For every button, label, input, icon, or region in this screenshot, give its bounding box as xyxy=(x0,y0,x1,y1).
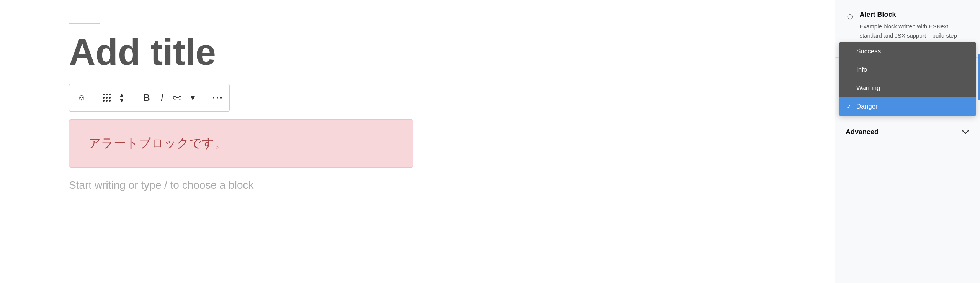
more-options-button[interactable]: ⋮ xyxy=(210,89,225,106)
italic-icon: I xyxy=(161,92,163,103)
sidebar-accent-bar xyxy=(978,54,980,100)
block-toolbar: ☺ ▲ ▼ B I xyxy=(69,84,230,112)
link-button[interactable] xyxy=(170,89,185,106)
page-title[interactable]: Add title xyxy=(69,32,804,72)
check-icon-success xyxy=(846,48,853,55)
dropdown-item-danger[interactable]: ✓ Danger xyxy=(839,97,976,116)
dropdown-label-warning: Warning xyxy=(856,84,880,92)
dropdown-label-danger: Danger xyxy=(856,103,878,110)
editor-divider xyxy=(69,23,100,24)
dropdown-arrow-icon: ▾ xyxy=(191,93,195,103)
advanced-section[interactable]: Advanced xyxy=(835,119,980,145)
bold-button[interactable]: B xyxy=(139,89,154,106)
dropdown-label-success: Success xyxy=(856,48,881,55)
check-icon-danger: ✓ xyxy=(846,103,853,110)
alert-text[interactable]: アラートブロックです。 xyxy=(88,135,394,152)
alert-block[interactable]: アラートブロックです。 xyxy=(69,119,413,168)
drag-handle-button[interactable] xyxy=(99,89,114,106)
sidebar: ☺ Alert Block Example block written with… xyxy=(835,0,980,283)
block-info-title: Alert Block xyxy=(859,11,969,19)
drag-dots-icon xyxy=(103,94,111,102)
advanced-label: Advanced xyxy=(846,128,879,136)
block-icon: ☺ xyxy=(846,12,854,21)
advanced-chevron-icon xyxy=(962,128,969,136)
more-icon: ⋮ xyxy=(211,92,224,103)
toolbar-group-more: ⋮ xyxy=(205,84,230,111)
dropdown-item-info[interactable]: Info xyxy=(839,61,976,79)
dropdown-arrow-button[interactable]: ▾ xyxy=(185,89,200,106)
toolbar-group-drag: ▲ ▼ xyxy=(94,84,134,111)
italic-button[interactable]: I xyxy=(154,89,170,106)
editor-placeholder: Start writing or type / to choose a bloc… xyxy=(69,179,804,191)
check-icon-warning xyxy=(846,85,853,92)
dropdown-label-info: Info xyxy=(856,66,867,74)
updown-icon: ▲ ▼ xyxy=(119,92,124,103)
bold-icon: B xyxy=(143,92,150,103)
check-icon-info xyxy=(846,66,853,73)
toolbar-group-format: B I ▾ xyxy=(134,84,205,111)
dropdown-item-success[interactable]: Success xyxy=(839,42,976,61)
emoji-button[interactable]: ☺ xyxy=(74,89,89,106)
link-icon xyxy=(173,93,181,103)
alert-type-dropdown[interactable]: Success Info Warning ✓ Danger xyxy=(839,42,976,116)
emoji-icon: ☺ xyxy=(77,93,86,103)
dropdown-item-warning[interactable]: Warning xyxy=(839,79,976,97)
toolbar-group-emoji: ☺ xyxy=(69,84,94,111)
move-updown-button[interactable]: ▲ ▼ xyxy=(114,89,129,106)
editor-area: Add title ☺ ▲ ▼ xyxy=(0,0,835,283)
